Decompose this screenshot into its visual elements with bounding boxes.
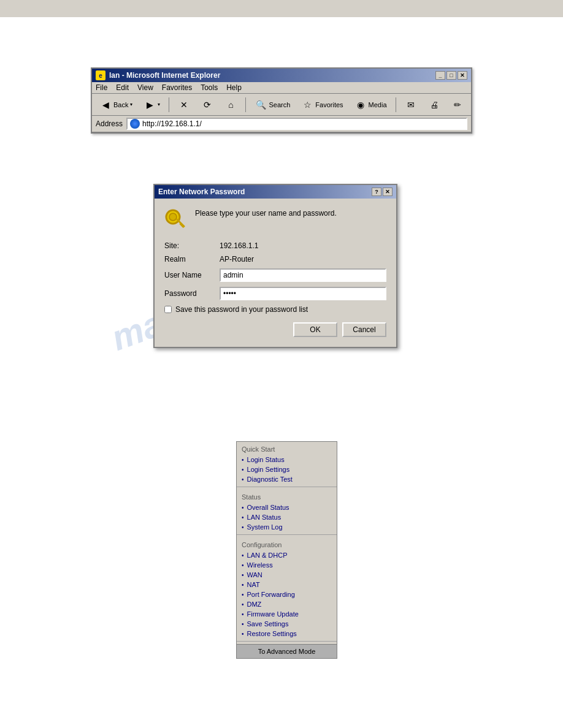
sidebar-item-login-status[interactable]: • Login Status <box>237 455 337 464</box>
sidebar-diagnostic-test-label: Diagnostic Test <box>247 476 293 483</box>
cancel-button[interactable]: Cancel <box>342 322 386 337</box>
dialog-content: Please type your user name and password.… <box>155 199 396 347</box>
back-icon: ◀ <box>99 99 112 111</box>
dialog-save-password-row: Save this password in your password list <box>164 305 386 314</box>
ok-button[interactable]: OK <box>293 322 337 337</box>
sidebar-item-dmz[interactable]: • DMZ <box>237 599 337 609</box>
maximize-button[interactable]: □ <box>446 71 456 80</box>
sidebar-item-wireless[interactable]: • Wireless <box>237 560 337 570</box>
sidebar-overall-status-label: Overall Status <box>247 504 289 511</box>
advanced-mode-button[interactable]: To Advanced Mode <box>237 644 337 658</box>
sidebar-login-settings-label: Login Settings <box>247 466 290 473</box>
dialog-titlebar: Enter Network Password ? ✕ <box>155 185 396 199</box>
realm-label: Realm <box>164 255 220 264</box>
save-password-checkbox[interactable] <box>164 306 172 313</box>
sidebar-port-forwarding-label: Port Forwarding <box>247 591 295 598</box>
media-button[interactable]: ◉ Media <box>351 96 391 113</box>
home-button[interactable]: ⌂ <box>221 96 240 113</box>
favorites-icon: ☆ <box>301 99 313 111</box>
print-button[interactable]: 🖨 <box>424 96 444 113</box>
ie-title: lan - Microsoft Internet Explorer <box>109 71 435 80</box>
sidebar-nat-label: NAT <box>247 581 260 588</box>
ie-menubar: File Edit View Favorites Tools Help <box>92 82 471 94</box>
forward-dropdown-icon[interactable]: ▾ <box>158 102 160 107</box>
sidebar-save-settings-label: Save Settings <box>247 620 289 628</box>
dialog-title: Enter Network Password <box>158 188 372 196</box>
bullet-icon: • <box>242 504 244 511</box>
sidebar-firmware-update-label: Firmware Update <box>247 610 299 618</box>
username-label: User Name <box>164 271 220 279</box>
menu-favorites[interactable]: Favorites <box>162 83 192 92</box>
menu-file[interactable]: File <box>96 83 107 92</box>
address-globe-icon <box>130 119 140 129</box>
config-header: Configuration <box>237 537 337 550</box>
dialog-buttons: OK Cancel <box>164 322 386 337</box>
menu-help[interactable]: Help <box>226 83 242 92</box>
sidebar-item-overall-status[interactable]: • Overall Status <box>237 502 337 512</box>
edit-button[interactable]: ✏ <box>448 96 467 113</box>
username-input[interactable] <box>220 268 386 282</box>
search-button[interactable]: 🔍 Search <box>251 96 294 113</box>
top-bar <box>0 0 563 17</box>
dialog-title-buttons: ? ✕ <box>372 188 393 196</box>
stop-button[interactable]: ✕ <box>174 96 194 113</box>
home-icon: ⌂ <box>224 99 237 111</box>
ie-titlebar: e lan - Microsoft Internet Explorer _ □ … <box>92 69 471 82</box>
dialog-site-row: Site: 192.168.1.1 <box>164 241 386 250</box>
key-icon <box>164 208 189 233</box>
dialog-header: Please type your user name and password. <box>164 208 386 233</box>
media-label: Media <box>369 101 387 108</box>
sidebar-lan-status-label: LAN Status <box>247 514 282 521</box>
sidebar-item-diagnostic-test[interactable]: • Diagnostic Test <box>237 474 337 484</box>
ie-window: e lan - Microsoft Internet Explorer _ □ … <box>91 67 472 134</box>
ie-addressbar: Address http://192.168.1.1/ <box>92 116 471 132</box>
sidebar-panel: Quick Start • Login Status • Login Setti… <box>236 441 337 659</box>
toolbar-sep3 <box>396 97 396 112</box>
sidebar-item-firmware-update[interactable]: • Firmware Update <box>237 609 337 619</box>
favorites-button[interactable]: ☆ Favorites <box>297 96 347 113</box>
back-button[interactable]: ◀ Back ▾ <box>96 96 136 113</box>
sidebar-item-system-log[interactable]: • System Log <box>237 522 337 532</box>
search-icon: 🔍 <box>255 99 267 111</box>
dialog-password-row: Password <box>164 287 386 300</box>
dialog-help-button[interactable]: ? <box>372 188 381 196</box>
menu-tools[interactable]: Tools <box>201 83 218 92</box>
sidebar-item-lan-dhcp[interactable]: • LAN & DHCP <box>237 550 337 560</box>
sidebar-item-port-forwarding[interactable]: • Port Forwarding <box>237 590 337 599</box>
bullet-icon: • <box>242 582 244 588</box>
forward-button[interactable]: ▶ ▾ <box>140 96 164 113</box>
back-label: Back <box>113 101 128 108</box>
toolbar-sep2 <box>245 97 246 112</box>
quick-start-header: Quick Start <box>237 442 337 455</box>
dialog-close-button[interactable]: ✕ <box>383 188 393 196</box>
ie-window-buttons: _ □ ✕ <box>435 71 467 80</box>
back-dropdown-icon[interactable]: ▾ <box>130 102 132 107</box>
bullet-icon: • <box>242 466 244 473</box>
password-input[interactable] <box>220 287 386 300</box>
minimize-button[interactable]: _ <box>435 71 445 80</box>
sidebar-item-restore-settings[interactable]: • Restore Settings <box>237 629 337 639</box>
bullet-icon: • <box>242 631 244 637</box>
sidebar-item-login-settings[interactable]: • Login Settings <box>237 464 337 474</box>
menu-edit[interactable]: Edit <box>116 83 129 92</box>
bullet-icon: • <box>242 611 244 618</box>
close-button[interactable]: ✕ <box>458 71 467 80</box>
forward-icon: ▶ <box>144 99 156 111</box>
divider-2 <box>237 534 337 535</box>
sidebar-item-save-settings[interactable]: • Save Settings <box>237 619 337 629</box>
dialog-realm-row: Realm AP-Router <box>164 255 386 264</box>
sidebar-login-status-label: Login Status <box>247 456 285 463</box>
address-input-container[interactable]: http://192.168.1.1/ <box>126 118 467 130</box>
bullet-icon: • <box>242 524 244 531</box>
favorites-label: Favorites <box>315 101 343 108</box>
sidebar-item-lan-status[interactable]: • LAN Status <box>237 512 337 522</box>
realm-value: AP-Router <box>220 255 254 264</box>
bullet-icon: • <box>242 457 244 463</box>
mail-button[interactable]: ✉ <box>401 96 421 113</box>
sidebar-item-nat[interactable]: • NAT <box>237 580 337 590</box>
refresh-button[interactable]: ⟳ <box>197 96 217 113</box>
ie-icon: e <box>96 70 105 80</box>
menu-view[interactable]: View <box>137 83 153 92</box>
bullet-icon: • <box>242 601 244 608</box>
sidebar-item-wan[interactable]: • WAN <box>237 570 337 580</box>
